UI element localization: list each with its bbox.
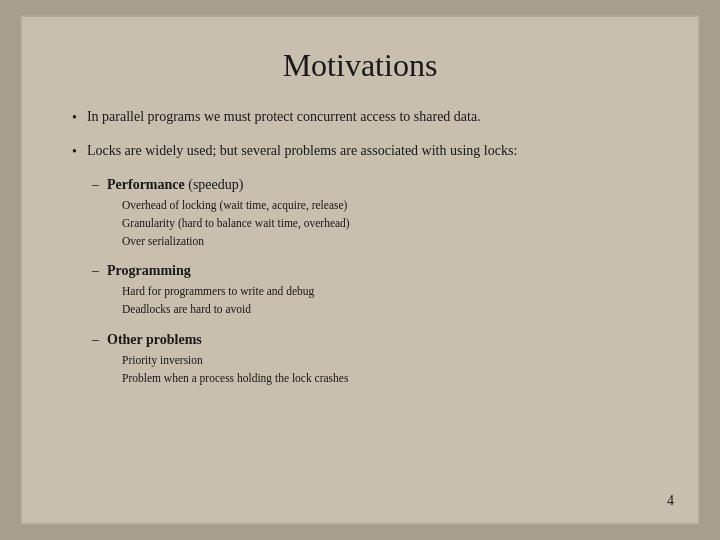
header-text-2: Other problems <box>107 329 202 350</box>
header-text-0: Performance (speedup) <box>107 174 243 195</box>
header-text-1: Programming <box>107 260 191 281</box>
sub-items-1: Hard for programmers to write and debugD… <box>122 283 648 319</box>
dash-0: – <box>92 174 99 195</box>
sub-item-0-0: Overhead of locking (wait time, acquire,… <box>122 197 648 215</box>
bullet-text-1: In parallel programs we must protect con… <box>87 106 481 128</box>
sub-item-0-1: Granularity (hard to balance wait time, … <box>122 215 648 233</box>
slide-title: Motivations <box>72 47 648 84</box>
sub-item-2-1: Problem when a process holding the lock … <box>122 370 648 388</box>
slide: Motivations • In parallel programs we mu… <box>20 15 700 525</box>
sub-item-2-0: Priority inversion <box>122 352 648 370</box>
sub-item-0-2: Over serialization <box>122 233 648 251</box>
bullet-item-1: • In parallel programs we must protect c… <box>72 106 648 128</box>
sub-item-1-0: Hard for programmers to write and debug <box>122 283 648 301</box>
section-2: –Other problemsPriority inversionProblem… <box>92 329 648 388</box>
section-header-0: –Performance (speedup) <box>92 174 648 195</box>
bullet-text-2: Locks are widely used; but several probl… <box>87 140 517 162</box>
section-0: –Performance (speedup)Overhead of lockin… <box>92 174 648 250</box>
sub-items-0: Overhead of locking (wait time, acquire,… <box>122 197 648 250</box>
section-1: –ProgrammingHard for programmers to writ… <box>92 260 648 319</box>
dash-2: – <box>92 329 99 350</box>
dash-1: – <box>92 260 99 281</box>
section-header-2: –Other problems <box>92 329 648 350</box>
section-header-1: –Programming <box>92 260 648 281</box>
sub-item-1-1: Deadlocks are hard to avoid <box>122 301 648 319</box>
bullet-dot-1: • <box>72 107 77 128</box>
sub-items-2: Priority inversionProblem when a process… <box>122 352 648 388</box>
slide-content: • In parallel programs we must protect c… <box>72 106 648 493</box>
sub-sections: –Performance (speedup)Overhead of lockin… <box>92 174 648 388</box>
bullet-item-2: • Locks are widely used; but several pro… <box>72 140 648 162</box>
bullet-dot-2: • <box>72 141 77 162</box>
page-number: 4 <box>667 493 674 509</box>
